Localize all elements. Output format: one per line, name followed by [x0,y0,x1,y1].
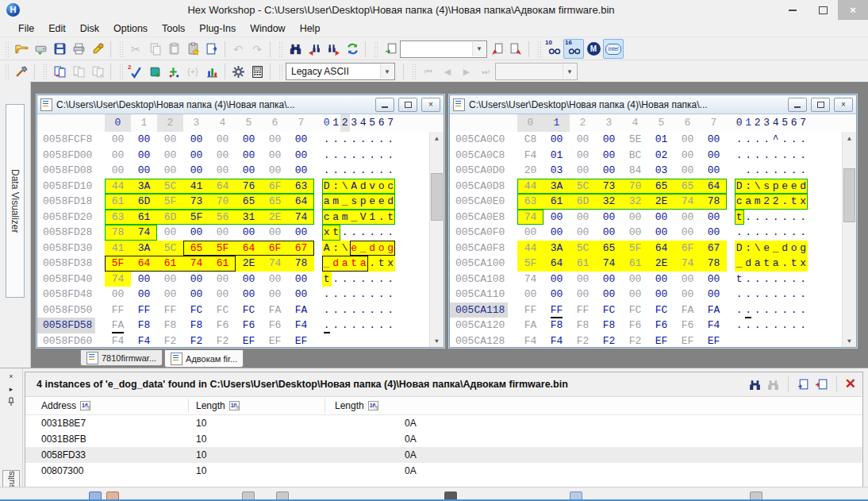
hex-byte[interactable]: 00 [701,272,727,287]
hex-byte[interactable]: F8 [543,318,570,333]
ascii-char[interactable]: . [771,148,781,164]
ascii-char[interactable]: . [322,287,332,303]
hex-byte[interactable]: 64 [209,179,236,195]
hex-byte[interactable]: 00 [236,163,262,179]
hex-byte[interactable]: 61 [622,256,648,272]
hex-byte[interactable]: 5F [209,241,236,256]
hex-byte[interactable]: 00 [105,148,131,164]
ascii-char[interactable]: . [799,163,808,179]
results-close-button[interactable]: ✕ [845,378,856,391]
ascii-char[interactable]: o [377,241,386,256]
ascii-char[interactable]: _ [340,194,350,210]
hex-byte[interactable]: 67 [288,241,314,256]
results-find-again-button[interactable] [766,378,780,391]
ascii-char[interactable]: . [762,272,772,287]
ascii-char[interactable]: . [359,163,368,179]
ascii-char[interactable]: . [789,303,799,318]
minimize-button[interactable] [778,0,808,20]
hex-byte[interactable]: 00 [209,132,236,148]
ascii-char[interactable]: d [368,241,378,256]
hex-byte[interactable]: F8 [157,318,183,333]
menu-item-plugins[interactable]: Plug-Ins [192,21,243,36]
ascii-char[interactable]: e [762,241,772,256]
hex-byte[interactable]: FA [105,318,131,333]
hex-byte[interactable]: 00 [622,210,648,225]
ascii-char[interactable]: . [735,303,744,318]
ascii-char[interactable]: . [368,163,378,179]
hex-byte[interactable]: 00 [131,272,157,287]
hex-byte[interactable]: 2E [648,256,674,272]
hex-byte[interactable]: 00 [701,148,727,164]
hex-byte[interactable]: 00 [262,163,288,179]
scrollbar-thumb[interactable] [431,173,443,221]
vertical-scrollbar[interactable]: ▲ ▼ [429,132,444,347]
ascii-char[interactable]: s [762,179,772,195]
hex-byte[interactable]: 00 [183,148,209,164]
find-backward-button[interactable] [305,40,324,58]
child-close-button[interactable]: × [834,98,853,112]
ascii-char[interactable]: . [368,256,378,272]
hex-grid[interactable]: 005CA0C0C80000005E010000....^...005CA0C8… [450,132,843,347]
hex-byte[interactable]: 65 [596,241,622,256]
hex-byte[interactable]: 00 [131,287,157,303]
ascii-char[interactable]: . [762,148,772,164]
ascii-char[interactable]: . [799,318,808,333]
hex-byte[interactable]: 84 [622,163,648,179]
hex-byte[interactable]: 00 [622,272,648,287]
hex-byte[interactable]: FC [648,303,674,318]
compare-prev-button[interactable] [69,63,88,81]
open-drive-button[interactable] [31,40,50,58]
ascii-char[interactable]: . [340,132,350,148]
ascii-char[interactable]: . [359,225,368,241]
ascii-char[interactable]: . [377,148,386,164]
ascii-char[interactable]: . [350,303,359,318]
hex-byte[interactable]: 5C [157,241,183,256]
hex-byte[interactable]: 00 [570,210,596,225]
ascii-char[interactable]: . [744,272,754,287]
hex-byte[interactable]: 00 [596,210,622,225]
ascii-char[interactable]: o [789,241,799,256]
ascii-char[interactable]: m [753,194,762,210]
print-button[interactable] [69,40,88,58]
ascii-char[interactable]: . [386,272,396,287]
bookmark-add-button[interactable] [164,63,183,81]
ascii-char[interactable]: . [332,163,341,179]
hex-byte[interactable]: 00 [543,272,570,287]
hex-byte[interactable]: 74 [262,256,288,272]
ascii-char[interactable]: . [762,210,772,225]
scrollbar-thumb[interactable] [843,168,855,222]
hex-byte[interactable]: 00 [570,272,596,287]
hex-byte[interactable]: 00 [262,287,288,303]
hex-byte[interactable]: FF [543,303,570,318]
hex-byte[interactable]: 00 [701,287,727,303]
ascii-char[interactable]: g [386,241,396,256]
ascii-char[interactable]: 2 [762,194,772,210]
ascii-char[interactable]: . [368,132,378,148]
hex-byte[interactable]: 00 [236,225,262,241]
hex-byte[interactable]: F2 [596,333,622,348]
hex-byte[interactable]: 00 [288,272,314,287]
hex-byte[interactable]: EF [648,333,674,348]
hex-byte[interactable]: 41 [183,179,209,195]
ascii-char[interactable]: e [781,179,790,195]
ascii-char[interactable]: t [350,256,359,272]
ascii-char[interactable]: _ [735,256,744,272]
ascii-char[interactable]: g [799,241,808,256]
hex-byte[interactable]: EF [288,333,314,348]
hex-byte[interactable]: 00 [288,132,314,148]
hex-byte[interactable]: F6 [262,318,288,333]
hex-byte[interactable]: F6 [622,318,648,333]
hex-byte[interactable]: 00 [648,287,674,303]
ascii-char[interactable]: a [753,256,762,272]
ascii-char[interactable]: . [799,272,808,287]
ascii-char[interactable]: . [377,318,386,333]
hex-byte[interactable]: 74 [183,256,209,272]
ascii-char[interactable]: . [322,132,332,148]
ascii-char[interactable]: . [359,148,368,164]
ascii-char[interactable]: t [789,194,799,210]
hex-byte[interactable]: 63 [517,194,543,210]
hex-byte[interactable]: F4 [517,333,543,348]
export-button[interactable] [202,40,221,58]
ascii-char[interactable]: . [386,318,396,333]
hex-byte[interactable]: FA [517,318,543,333]
